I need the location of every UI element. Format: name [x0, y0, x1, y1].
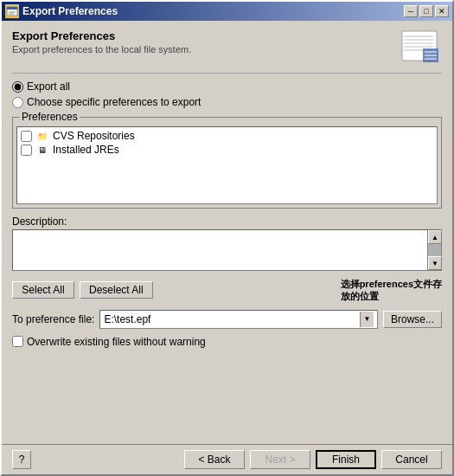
export-all-input[interactable]: [12, 81, 23, 93]
minimize-button[interactable]: ─: [404, 5, 418, 17]
overwrite-label[interactable]: Overwrite existing files without warning: [27, 336, 206, 348]
maximize-button[interactable]: □: [419, 5, 433, 17]
list-item: 🖥 Installed JREs: [19, 143, 435, 157]
jre-label: Installed JREs: [53, 144, 119, 156]
select-all-button[interactable]: Select All: [12, 281, 74, 299]
description-scrollbar[interactable]: ▲ ▼: [427, 230, 441, 270]
preferences-group-label: Preferences: [20, 111, 80, 123]
header-icon: [400, 29, 442, 66]
window-title: Export Preferences: [22, 5, 118, 17]
export-all-radio[interactable]: Export all: [12, 80, 442, 93]
annotation: 选择preferences文件存 放的位置: [332, 278, 442, 303]
jre-checkbox[interactable]: [21, 145, 32, 156]
main-content: Export Preferences Export preferences to…: [2, 21, 452, 444]
bottom-left: ?: [12, 450, 31, 469]
combo-dropdown-arrow[interactable]: ▼: [360, 312, 374, 327]
select-buttons-row: Select All Deselect All: [12, 281, 153, 299]
finish-button[interactable]: Finish: [316, 450, 376, 469]
description-label: Description:: [12, 215, 442, 228]
preferences-list[interactable]: 📁 CVS Repositories 🖥 Installed JREs: [16, 126, 438, 204]
select-row: Select All Deselect All 选择preferences文件存…: [12, 278, 442, 303]
choose-specific-input[interactable]: [12, 97, 23, 108]
bottom-right: < Back Next > Finish Cancel: [184, 450, 442, 469]
file-row: To preference file: E:\test.epf ▼ Browse…: [12, 310, 442, 329]
folder-icon: 📁: [35, 130, 49, 142]
description-section: Description: ▲ ▼: [12, 215, 442, 271]
browse-button[interactable]: Browse...: [383, 311, 442, 328]
overwrite-row: Overwrite existing files without warning: [12, 336, 442, 348]
cancel-button[interactable]: Cancel: [381, 450, 442, 469]
cvs-checkbox[interactable]: [21, 131, 32, 142]
help-button[interactable]: ?: [12, 450, 31, 469]
monitor-icon: 🖥: [35, 144, 49, 156]
page-title: Export Preferences: [12, 29, 191, 42]
svg-rect-1: [7, 7, 17, 10]
overwrite-checkbox[interactable]: [12, 336, 23, 347]
scroll-track: [428, 244, 441, 256]
page-subtitle: Export preferences to the local file sys…: [12, 44, 191, 55]
deselect-all-button[interactable]: Deselect All: [80, 281, 153, 299]
export-all-label: Export all: [27, 80, 70, 93]
header-section: Export Preferences Export preferences to…: [12, 29, 442, 74]
file-label: To preference file:: [12, 313, 94, 325]
file-path: E:\test.epf: [104, 313, 360, 325]
title-bar-left: Export Preferences: [5, 4, 118, 18]
close-button[interactable]: ✕: [435, 5, 449, 17]
window-icon: [5, 4, 19, 18]
list-item: 📁 CVS Repositories: [19, 129, 435, 143]
next-button[interactable]: Next >: [250, 450, 310, 469]
back-button[interactable]: < Back: [184, 450, 245, 469]
header-text: Export Preferences Export preferences to…: [12, 29, 191, 55]
export-preferences-window: Export Preferences ─ □ ✕ Export Preferen…: [0, 0, 454, 476]
preferences-group: Preferences 📁 CVS Repositories 🖥 Install…: [12, 117, 442, 209]
title-bar: Export Preferences ─ □ ✕: [2, 2, 452, 21]
title-buttons: ─ □ ✕: [404, 5, 449, 17]
description-box-wrapper: ▲ ▼: [12, 229, 442, 271]
file-combo[interactable]: E:\test.epf ▼: [99, 310, 378, 329]
bottom-bar: ? < Back Next > Finish Cancel: [2, 444, 452, 474]
scroll-down-button[interactable]: ▼: [428, 256, 442, 270]
scroll-up-button[interactable]: ▲: [428, 230, 442, 244]
cvs-label: CVS Repositories: [53, 130, 135, 142]
description-input[interactable]: [13, 230, 427, 270]
choose-specific-radio[interactable]: Choose specific preferences to export: [12, 96, 442, 108]
radio-group: Export all Choose specific preferences t…: [12, 80, 442, 108]
annotation-text: 选择preferences文件存 放的位置: [341, 278, 442, 303]
choose-specific-label: Choose specific preferences to export: [27, 96, 201, 108]
